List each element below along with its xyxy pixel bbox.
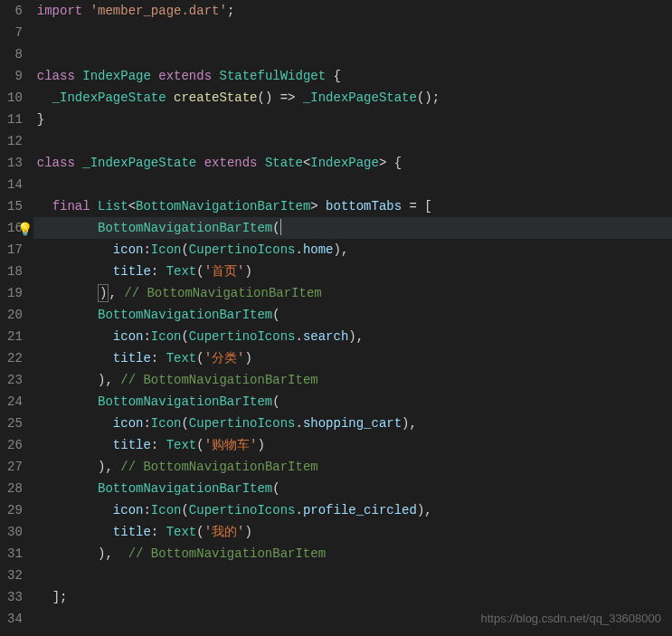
line-number-gutter: 6789101112131415161718192021222324252627… xyxy=(0,0,33,636)
token-pnc: ( xyxy=(196,525,203,539)
token-cls: IndexPage xyxy=(82,69,151,83)
token-cmt: // BottomNavigationBarItem xyxy=(120,373,317,387)
line-number: 8 xyxy=(7,43,23,65)
line-number: 22 xyxy=(7,347,23,369)
token-pnc: ; xyxy=(227,4,234,18)
token-pnc: . xyxy=(295,416,302,431)
token-param: title xyxy=(113,351,151,365)
watermark-text: https://blog.csdn.net/qq_33608000 xyxy=(481,612,662,625)
code-line[interactable]: ), // BottomNavigationBarItem xyxy=(33,369,672,391)
code-line[interactable]: class _IndexPageState extends State<Inde… xyxy=(33,152,672,174)
token-var: profile_circled xyxy=(303,503,417,517)
line-number: 21 xyxy=(7,326,23,347)
code-line[interactable]: ), // BottomNavigationBarItem xyxy=(33,456,672,478)
token-kw: extends xyxy=(204,156,258,170)
code-line[interactable]: ), // BottomNavigationBarItem xyxy=(33,543,672,565)
token-pnc xyxy=(166,90,174,105)
token-var: shopping_cart xyxy=(303,416,402,431)
token-str-quote: ' xyxy=(204,264,212,279)
line-number: 18 xyxy=(7,261,23,282)
token-cls: Text xyxy=(166,525,197,539)
token-cls: Icon xyxy=(151,242,182,257)
token-pnc: ), xyxy=(417,503,432,517)
lightbulb-icon[interactable]: 💡 xyxy=(17,219,33,241)
token-pnc: ), xyxy=(98,373,120,387)
token-cls: _IndexPageState xyxy=(82,156,196,170)
token-kw: import xyxy=(37,4,82,18)
token-cls: IndexPage xyxy=(310,156,379,170)
code-line[interactable]: class IndexPage extends StatefulWidget { xyxy=(33,65,672,87)
line-number: 19 xyxy=(7,282,23,304)
line-number: 17 xyxy=(7,239,23,261)
code-editor[interactable]: 6789101112131415161718192021222324252627… xyxy=(0,0,672,636)
code-line[interactable]: icon:Icon(CupertinoIcons.shopping_cart), xyxy=(33,413,672,434)
line-number: 32 xyxy=(7,565,23,586)
line-number: 20 xyxy=(7,304,23,326)
token-cls: Icon xyxy=(151,503,182,517)
token-pnc: ]; xyxy=(52,590,68,604)
code-line[interactable] xyxy=(33,22,672,43)
code-line[interactable]: icon:Icon(CupertinoIcons.search), xyxy=(33,326,672,347)
code-area[interactable]: import 'member_page.dart';class IndexPag… xyxy=(33,0,672,636)
code-line[interactable]: } xyxy=(33,109,672,130)
token-pnc: . xyxy=(295,242,302,257)
token-cls: BottomNavigationBarItem xyxy=(98,308,272,322)
token-cls: CupertinoIcons xyxy=(189,416,296,431)
token-fn: createState xyxy=(174,90,257,105)
code-line[interactable]: title: Text('我的') xyxy=(33,521,672,543)
token-param: icon xyxy=(113,242,144,257)
token-pnc: ), xyxy=(348,329,364,344)
code-line[interactable]: final List<BottomNavigationBarItem> bott… xyxy=(33,195,672,217)
token-pnc: ( xyxy=(181,242,188,257)
code-line[interactable]: BottomNavigationBarItem( xyxy=(33,304,672,326)
code-line[interactable]: icon:Icon(CupertinoIcons.profile_circled… xyxy=(33,499,672,521)
token-pnc xyxy=(75,156,82,170)
code-line[interactable]: BottomNavigationBarItem( xyxy=(33,391,672,413)
token-pnc: ), xyxy=(98,460,120,474)
code-line[interactable] xyxy=(33,43,672,65)
token-pnc: ) xyxy=(244,351,251,365)
token-cls: Icon xyxy=(151,416,182,431)
code-line[interactable]: title: Text('购物车') xyxy=(33,434,672,456)
line-number: 26 xyxy=(7,434,23,456)
token-pnc: ) xyxy=(244,525,251,539)
token-pnc: : xyxy=(143,503,150,517)
line-number: 31 xyxy=(7,543,23,565)
token-kw: extends xyxy=(158,69,212,83)
token-param: icon xyxy=(113,416,144,431)
token-cls: CupertinoIcons xyxy=(189,242,296,257)
code-line[interactable]: ), // BottomNavigationBarItem xyxy=(33,282,672,304)
token-pnc xyxy=(151,69,158,83)
token-pnc xyxy=(257,156,264,170)
token-cls: Text xyxy=(166,438,197,452)
token-pnc: ( xyxy=(181,416,188,431)
token-pnc: = [ xyxy=(402,199,432,214)
code-line[interactable] xyxy=(33,565,672,586)
line-number: 33 xyxy=(7,586,23,608)
token-pnc: , xyxy=(109,286,124,300)
token-pnc: . xyxy=(295,329,302,344)
token-cls: StatefulWidget xyxy=(219,69,326,83)
code-line[interactable]: import 'member_page.dart'; xyxy=(33,0,672,22)
line-number: 29 xyxy=(7,499,23,521)
code-line[interactable]: _IndexPageState createState() => _IndexP… xyxy=(33,87,672,109)
token-str-quote: ' xyxy=(204,438,212,452)
code-line[interactable]: ]; xyxy=(33,586,672,608)
code-line[interactable]: title: Text('首页') xyxy=(33,261,672,282)
line-number: 7 xyxy=(7,22,23,43)
line-number: 24 xyxy=(7,391,23,413)
token-str-quote: ' xyxy=(204,351,212,365)
token-cls: Text xyxy=(166,351,197,365)
code-line[interactable] xyxy=(33,174,672,195)
token-str-quote: ' xyxy=(204,525,212,539)
token-cls: CupertinoIcons xyxy=(189,503,296,517)
code-line[interactable]: icon:Icon(CupertinoIcons.home), xyxy=(33,239,672,261)
token-cls: BottomNavigationBarItem xyxy=(98,221,272,235)
token-cls: Icon xyxy=(151,329,182,344)
token-cls: BottomNavigationBarItem xyxy=(98,394,272,409)
token-param: icon xyxy=(113,329,144,344)
code-line[interactable] xyxy=(33,130,672,152)
code-line[interactable]: BottomNavigationBarItem( xyxy=(33,478,672,499)
code-line[interactable]: 💡 BottomNavigationBarItem( xyxy=(33,217,672,239)
code-line[interactable]: title: Text('分类') xyxy=(33,347,672,369)
